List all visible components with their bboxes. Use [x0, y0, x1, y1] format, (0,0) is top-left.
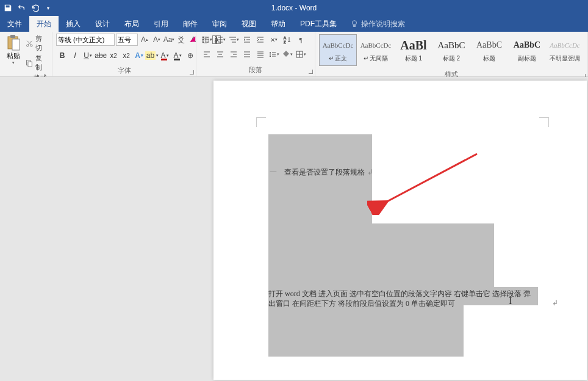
multilevel-button[interactable]: ▾ — [227, 34, 240, 46]
page[interactable]: 一 查看是否设置了段落规格↲ 打开 word 文档 进入页面 选中有空白位置的段… — [213, 81, 587, 380]
line-spacing-button[interactable]: ▾ — [267, 48, 281, 60]
strike-button[interactable]: abc — [95, 49, 107, 62]
text-cursor-icon: I — [509, 296, 512, 307]
paragraph-mark-icon: ↲ — [552, 299, 558, 308]
change-case-button[interactable]: Aa▾ — [163, 34, 174, 46]
grow-font-button[interactable]: A▴ — [139, 34, 150, 46]
style-preview: AaBbCcDc — [360, 37, 392, 53]
bold-button[interactable]: B — [56, 49, 68, 62]
align-distribute-button[interactable] — [254, 48, 267, 60]
style-3[interactable]: AaBbC标题 2 — [432, 34, 470, 66]
undo-icon[interactable] — [17, 4, 26, 12]
tab-file[interactable]: 文件 — [0, 16, 29, 32]
margin-mark-tl — [256, 117, 266, 127]
annotation-arrow — [367, 148, 489, 215]
svg-text:A: A — [284, 36, 286, 40]
window-title: 1.docx - Word — [271, 4, 317, 12]
tell-me-search[interactable]: 操作说明搜索 — [344, 16, 405, 32]
group-label-paragraph: 段落 — [196, 64, 315, 76]
tab-design[interactable]: 设计 — [88, 16, 117, 32]
svg-point-10 — [203, 39, 204, 40]
selection-block — [268, 223, 494, 287]
redo-icon[interactable] — [30, 4, 39, 12]
paste-button[interactable]: 粘贴 ▾ — [2, 33, 24, 67]
style-label: 标题 — [483, 54, 495, 63]
enclose-char-button[interactable]: ⊕ — [184, 49, 196, 62]
svg-text:3: 3 — [215, 40, 217, 44]
copy-button[interactable]: 复制 — [26, 54, 48, 72]
align-right-button[interactable] — [227, 48, 240, 60]
style-2[interactable]: AaBl标题 1 — [395, 34, 432, 66]
shrink-font-button[interactable]: A▾ — [151, 34, 162, 46]
text-effects-button[interactable]: A▾ — [133, 49, 145, 62]
document-area[interactable]: 一 查看是否设置了段落规格↲ 打开 word 文档 进入页面 选中有空白位置的段… — [0, 77, 588, 381]
tab-view[interactable]: 视图 — [234, 16, 264, 32]
italic-button[interactable]: I — [69, 49, 81, 62]
font-color-button[interactable]: A▾ — [159, 49, 171, 62]
tab-home[interactable]: 开始 — [29, 16, 59, 32]
show-marks-button[interactable]: ¶ — [294, 34, 307, 46]
indent-decrease-button[interactable] — [240, 34, 254, 46]
superscript-button[interactable]: x2 — [120, 49, 132, 62]
style-preview: AaBbC — [514, 37, 540, 53]
shading-button[interactable]: ▾ — [281, 48, 294, 60]
sort-button[interactable]: AZ — [281, 34, 294, 46]
svg-point-5 — [30, 45, 32, 46]
group-label-font: 字体 — [52, 65, 196, 77]
style-0[interactable]: AaBbCcDc↵ 正文 — [319, 34, 357, 66]
bulb-icon — [350, 20, 359, 28]
style-preview: AaBbCcDc — [323, 37, 354, 53]
save-icon[interactable] — [4, 4, 12, 12]
char-shading-button[interactable]: A▾ — [171, 49, 184, 62]
style-5[interactable]: AaBbC副标题 — [508, 34, 546, 66]
font-name-select[interactable] — [56, 34, 115, 46]
ribbon-tabs: 文件 开始 插入 设计 布局 引用 邮件 审阅 视图 帮助 PDF工具集 操作说… — [0, 16, 588, 32]
tab-references[interactable]: 引用 — [146, 16, 176, 32]
align-center-button[interactable] — [213, 48, 227, 60]
style-preview: AaBl — [400, 37, 426, 53]
doc-line: 打开 word 文档 进入页面 选中有空白位置的段落文字内容 右键单击它 选择段… — [268, 289, 531, 299]
tab-help[interactable]: 帮助 — [264, 16, 293, 32]
style-label: 标题 1 — [405, 54, 422, 63]
underline-button[interactable]: U▾ — [82, 49, 94, 62]
align-left-button[interactable] — [200, 48, 213, 60]
tab-pdf[interactable]: PDF工具集 — [293, 16, 344, 32]
doc-bullet: 一 — [270, 167, 277, 178]
svg-point-4 — [27, 45, 29, 46]
indent-increase-button[interactable] — [254, 34, 267, 46]
align-justify-button[interactable] — [240, 48, 254, 60]
style-label: 标题 2 — [443, 54, 460, 63]
ribbon: 粘贴 ▾ 剪切 复制 格式刷 剪贴板 A▴ A▾ Aa▾ 爻 A◢ ㊥ A — [0, 32, 588, 77]
cut-button[interactable]: 剪切 — [26, 34, 48, 53]
style-4[interactable]: AaBbC标题 — [470, 34, 508, 66]
tab-insert[interactable]: 插入 — [59, 16, 88, 32]
bullets-button[interactable]: ▾ — [200, 34, 213, 46]
style-1[interactable]: AaBbCcDc↵ 无间隔 — [357, 34, 395, 66]
selection-block — [268, 134, 372, 223]
group-font: A▴ A▾ Aa▾ 爻 A◢ ㊥ A B I U▾ abc x2 x2 A▾ a… — [52, 32, 196, 76]
svg-rect-3 — [12, 39, 20, 50]
style-preview: AaBbC — [476, 37, 502, 53]
group-clipboard: 粘贴 ▾ 剪切 复制 格式刷 剪贴板 — [0, 32, 52, 76]
qat-dropdown-icon[interactable]: ▾ — [44, 4, 52, 12]
borders-button[interactable]: ▾ — [294, 48, 307, 60]
style-preview: AaBbC — [438, 37, 465, 53]
svg-text:Z: Z — [284, 40, 286, 44]
style-6[interactable]: AaBbCcDc不明显强调 — [546, 34, 584, 66]
style-label: 副标题 — [518, 54, 536, 63]
svg-point-12 — [203, 42, 204, 43]
tab-review[interactable]: 审阅 — [205, 16, 234, 32]
numbering-button[interactable]: 123▾ — [213, 34, 227, 46]
text-direction-button[interactable]: ✕▾ — [267, 34, 281, 46]
font-size-select[interactable] — [116, 34, 138, 46]
tab-mailings[interactable]: 邮件 — [176, 16, 205, 32]
subscript-button[interactable]: x2 — [107, 49, 120, 62]
svg-rect-7 — [28, 62, 32, 67]
style-label: ↵ 正文 — [329, 54, 348, 63]
svg-point-8 — [203, 37, 204, 38]
scissors-icon — [26, 40, 34, 48]
phonetic-guide-button[interactable]: 爻 — [176, 34, 187, 46]
group-styles: AaBbCcDc↵ 正文AaBbCcDc↵ 无间隔AaBl标题 1AaBbC标题… — [315, 32, 588, 76]
tab-layout[interactable]: 布局 — [117, 16, 146, 32]
highlight-button[interactable]: ab▾ — [146, 49, 158, 62]
